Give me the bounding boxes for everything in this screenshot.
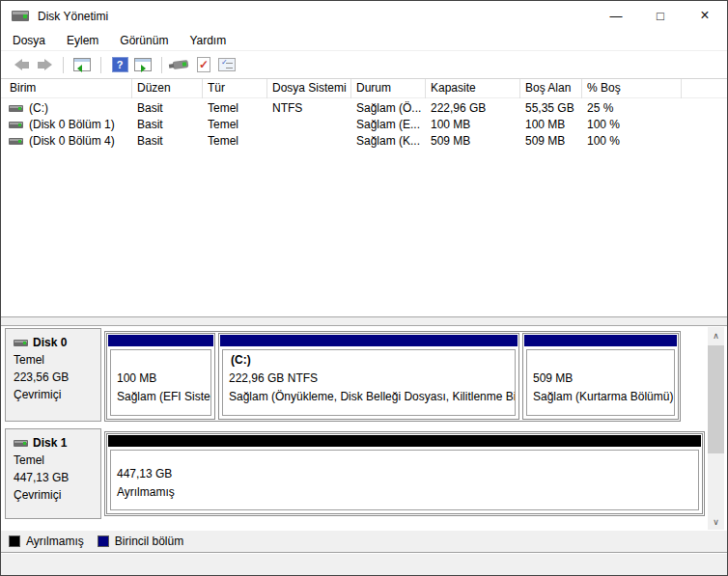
partition-c[interactable]: (C:) 222,96 GB NTFS Sağlam (Önyükleme, D…	[218, 333, 519, 420]
partition-recovery[interactable]: 509 MB Sağlam (Kurtarma Bölümü)	[522, 333, 679, 420]
status-bar	[1, 552, 727, 576]
disk0-type: Temel	[14, 351, 100, 369]
legend-bar: Ayrılmamış Birincil bölüm	[1, 531, 727, 552]
volume-type: Temel	[208, 100, 267, 117]
volume-free: 509 MB	[525, 133, 582, 150]
show-action-pane-button[interactable]	[131, 53, 154, 76]
help-button[interactable]: ?	[108, 53, 131, 76]
volume-pct-free: 100 %	[587, 117, 682, 133]
volume-capacity: 509 MB	[431, 133, 520, 150]
disk0-size: 223,56 GB	[14, 369, 100, 386]
volume-name: (C:)	[29, 100, 48, 117]
column-header-durum[interactable]: Durum	[351, 79, 426, 98]
window-controls: — □ ×	[594, 1, 727, 30]
forward-button[interactable]	[33, 53, 56, 76]
disk1-status: Çevrimiçi	[14, 486, 100, 504]
column-header-tur[interactable]: Tür	[203, 79, 267, 98]
partition-c-label: (C:)	[229, 351, 515, 370]
volume-row-disk0-part1[interactable]: (Disk 0 Bölüm 1) Basit Temel Sağlam (E..…	[1, 117, 727, 133]
volume-list-header: Birim Düzen Tür Dosya Sistemi Durum Kapa…	[1, 79, 727, 98]
column-header-dosya-sistemi[interactable]: Dosya Sistemi	[267, 79, 351, 98]
disk0-icon	[14, 340, 28, 346]
pane-splitter[interactable]	[1, 316, 727, 326]
task-list-icon: ✓	[218, 58, 236, 71]
back-button[interactable]	[10, 53, 33, 76]
volume-name: (Disk 0 Bölüm 1)	[29, 117, 115, 133]
title-bar: Disk Yönetimi — □ ×	[1, 1, 727, 31]
unallocated-status: Ayrılmamış	[117, 483, 698, 502]
forward-arrow-icon	[38, 59, 52, 70]
volume-row-c[interactable]: (C:) Basit Temel NTFS Sağlam (Ö... 222,9…	[1, 100, 727, 117]
partition-efi-colorbar	[108, 335, 213, 346]
legend-swatch-unallocated	[9, 535, 20, 547]
volume-layout: Basit	[137, 117, 203, 133]
volume-status: Sağlam (K...	[356, 133, 426, 150]
disk1-type: Temel	[14, 452, 100, 469]
close-button[interactable]: ×	[683, 1, 727, 30]
connect-device-button[interactable]	[169, 53, 192, 76]
volume-free: 100 MB	[525, 117, 582, 133]
check-document-icon: ✓	[197, 57, 210, 72]
disk1-name: Disk 1	[33, 436, 67, 450]
unallocated-colorbar	[108, 435, 701, 447]
partition-c-status: Sağlam (Önyükleme, Disk Belleği Dosyası,…	[229, 388, 515, 406]
disk0-status: Çevrimiçi	[14, 386, 100, 403]
toolbar: ? ✓ ✓	[1, 51, 727, 79]
menu-eylem[interactable]: Eylem	[67, 34, 109, 47]
partition-efi-status: Sağlam (EFI Sistem	[117, 388, 210, 406]
console-tree-icon	[73, 58, 91, 71]
scrollbar-thumb[interactable]	[708, 345, 724, 453]
legend-label-unallocated: Ayrılmamış	[26, 535, 84, 548]
unallocated-size: 447,13 GB	[117, 465, 698, 483]
volume-pct-free: 100 %	[587, 133, 682, 150]
partition-recovery-status: Sağlam (Kurtarma Bölümü)	[533, 388, 674, 406]
volume-fs: NTFS	[272, 100, 351, 117]
show-console-tree-button[interactable]	[70, 53, 94, 76]
disk1-info-panel[interactable]: Disk 1 Temel 447,13 GB Çevrimiçi	[5, 428, 101, 519]
volume-list: Birim Düzen Tür Dosya Sistemi Durum Kapa…	[1, 79, 727, 316]
toolbar-separator	[161, 57, 162, 73]
menu-yardim[interactable]: Yardım	[189, 34, 237, 47]
legend-swatch-primary	[98, 535, 109, 547]
volume-free: 55,35 GB	[525, 100, 582, 117]
scroll-down-icon[interactable]: ∨	[708, 513, 724, 530]
graphical-view-scrollbar[interactable]: ∧ ∨	[708, 327, 724, 530]
disk0-name: Disk 0	[33, 336, 67, 349]
column-header-bos-alan[interactable]: Boş Alan	[520, 79, 582, 98]
scroll-up-icon[interactable]: ∧	[708, 327, 724, 343]
volume-layout: Basit	[137, 100, 203, 117]
column-header-pct-bos[interactable]: % Boş	[582, 79, 682, 98]
volume-disk-icon	[9, 138, 23, 145]
volume-status: Sağlam (Ö...	[356, 100, 426, 117]
volume-fs	[272, 117, 351, 133]
volume-capacity: 222,96 GB	[431, 100, 520, 117]
partition-efi-size: 100 MB	[117, 370, 210, 388]
column-header-duzen[interactable]: Düzen	[132, 79, 203, 98]
menu-gorunum[interactable]: Görünüm	[120, 34, 179, 47]
help-icon: ?	[112, 57, 128, 72]
volume-disk-icon	[9, 105, 23, 112]
column-header-birim[interactable]: Birim	[5, 79, 132, 98]
disk0-info-panel[interactable]: Disk 0 Temel 223,56 GB Çevrimiçi	[5, 328, 101, 422]
maximize-button[interactable]: □	[638, 1, 683, 30]
minimize-button[interactable]: —	[594, 1, 638, 30]
menu-dosya[interactable]: Dosya	[13, 34, 56, 47]
unallocated-region[interactable]: 447,13 GB Ayrılmamış	[106, 433, 703, 514]
partition-efi[interactable]: 100 MB Sağlam (EFI Sistem	[106, 333, 215, 420]
volume-name-cell: (Disk 0 Bölüm 1)	[9, 117, 132, 133]
volume-type: Temel	[208, 117, 267, 133]
disk1-icon	[14, 440, 28, 447]
volume-row-disk0-part4[interactable]: (Disk 0 Bölüm 4) Basit Temel Sağlam (K..…	[1, 133, 727, 150]
disk1-size: 447,13 GB	[14, 469, 100, 486]
toolbar-separator	[100, 57, 101, 73]
graphical-view: Disk 0 Temel 223,56 GB Çevrimiçi 100 MB …	[1, 326, 727, 531]
properties-list-button[interactable]: ✓	[215, 53, 238, 76]
device-icon	[173, 60, 189, 69]
validate-button[interactable]: ✓	[192, 53, 215, 76]
menu-bar: Dosya Eylem Görünüm Yardım	[1, 31, 727, 51]
volume-name-cell: (Disk 0 Bölüm 4)	[9, 133, 132, 150]
partition-recovery-size: 509 MB	[533, 370, 674, 388]
volume-layout: Basit	[137, 133, 203, 150]
column-header-kapasite[interactable]: Kapasite	[426, 79, 520, 98]
volume-capacity: 100 MB	[431, 117, 520, 133]
